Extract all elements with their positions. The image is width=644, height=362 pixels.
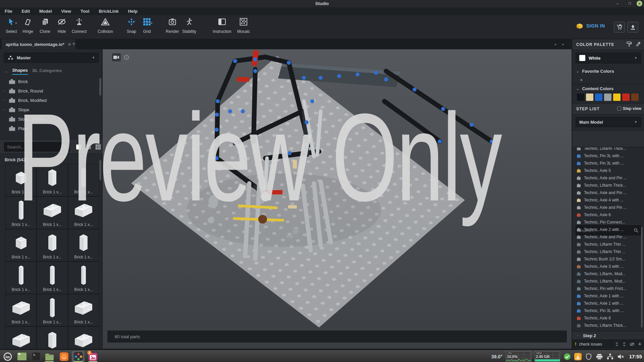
content-color-swatch[interactable] bbox=[604, 94, 611, 101]
brick-thumbnail[interactable]: Brick 1 x... bbox=[5, 196, 37, 229]
tab-shapes[interactable]: Shapes bbox=[12, 68, 28, 75]
menu-edit[interactable]: Edit bbox=[17, 7, 35, 15]
sign-in-button[interactable]: SIGN IN bbox=[576, 22, 605, 29]
brick-thumbnail[interactable]: Brick 1 x... bbox=[5, 229, 37, 261]
paint-roller-icon[interactable] bbox=[627, 42, 632, 47]
step-view-toggle[interactable]: Step view bbox=[617, 106, 641, 111]
check-issues-label[interactable]: check issues bbox=[579, 342, 612, 347]
clone-tool[interactable]: Clone bbox=[36, 18, 54, 34]
expand-chevron-icon[interactable]: › bbox=[3, 99, 6, 102]
eyedropper-icon[interactable] bbox=[636, 42, 641, 47]
tab-scroll-right-icon[interactable]: ▸ bbox=[562, 42, 564, 47]
part-list-scrollbar[interactable] bbox=[641, 227, 643, 327]
printer-icon[interactable] bbox=[596, 353, 603, 360]
file-manager-button[interactable] bbox=[43, 351, 56, 362]
brick-thumbnail[interactable]: Brick 1 x... bbox=[5, 164, 37, 196]
category-slope-curved[interactable]: Slope, Curved bbox=[0, 114, 102, 124]
part-list-item[interactable]: Technic Bush 1/2 Sm... bbox=[572, 255, 642, 263]
hide-tool[interactable]: Hide bbox=[52, 18, 71, 34]
part-list-item[interactable]: Technic, Liftarm Thin ... bbox=[572, 241, 642, 248]
favorite-colors-section[interactable]: ⌄ Favorite Colors bbox=[572, 69, 644, 74]
part-list-item[interactable]: Technic, Axle and Pin ... bbox=[572, 174, 642, 182]
collapse-chevron-icon[interactable]: ⌄ bbox=[5, 69, 7, 73]
viewport-3d[interactable]: 60 total parts bbox=[103, 49, 572, 349]
decorated-filter-button[interactable] bbox=[85, 143, 93, 151]
part-list-item[interactable]: Technic, Liftarm Thick... bbox=[572, 322, 642, 329]
parts-search-input[interactable] bbox=[4, 144, 62, 149]
category-scrollbar[interactable] bbox=[99, 78, 101, 96]
category-plate[interactable]: Plate bbox=[0, 124, 102, 133]
part-list-item[interactable]: Technic, Liftarm Thick... bbox=[572, 182, 642, 189]
part-list-item[interactable]: Technic, Liftarm, Mod... bbox=[572, 278, 642, 285]
cart-button[interactable] bbox=[614, 22, 625, 33]
part-list-item[interactable]: Technic, Liftarm Thick... bbox=[572, 147, 642, 152]
firefox-button[interactable] bbox=[58, 351, 70, 362]
select-tool[interactable]: ▼Select bbox=[2, 18, 21, 34]
brick-thumbnail[interactable]: Brick 1 x... bbox=[5, 326, 37, 349]
part-list-item[interactable]: Technic, Axle 1 with ... bbox=[572, 292, 642, 300]
collapse-all-icon[interactable] bbox=[615, 342, 619, 346]
add-favorite-color-button[interactable]: + bbox=[580, 77, 583, 83]
grid-scrollbar[interactable] bbox=[99, 160, 101, 180]
chevron-down-icon[interactable]: ▼ bbox=[15, 22, 17, 25]
brick-thumbnail[interactable]: Brick 1 x... bbox=[37, 326, 68, 349]
studio-app-button[interactable] bbox=[72, 351, 85, 362]
step-model-dropdown[interactable]: Main Model ▼ bbox=[576, 117, 641, 127]
menu-help[interactable]: Help bbox=[123, 7, 142, 15]
upload-button[interactable] bbox=[627, 22, 638, 33]
part-list-item[interactable]: Technic, Pin Connect... bbox=[572, 219, 642, 226]
close-button[interactable]: x bbox=[637, 1, 642, 6]
update-manager-icon[interactable] bbox=[564, 353, 571, 360]
grid-tool[interactable]: ▼Grid bbox=[138, 18, 156, 34]
stability-tool[interactable]: Stability bbox=[180, 18, 199, 34]
brick-thumbnail[interactable]: Brick 1 x... bbox=[68, 326, 99, 349]
brick-thumbnail[interactable]: Brick 1 x... bbox=[5, 294, 37, 326]
expand-chevron-icon[interactable]: › bbox=[3, 108, 6, 111]
brick-thumbnail[interactable]: Brick 1 x... bbox=[68, 196, 99, 229]
brick-thumbnail[interactable]: Brick 1 x... bbox=[37, 164, 68, 196]
part-list-item[interactable]: Technic, Axle 3 with ... bbox=[572, 263, 642, 270]
menu-bricklink[interactable]: BrickLink bbox=[94, 7, 123, 15]
part-list-item[interactable]: Technic, Pin with Frict... bbox=[572, 285, 642, 292]
content-color-swatch[interactable] bbox=[586, 94, 593, 101]
part-list-item[interactable]: Technic, Axle 6 bbox=[572, 314, 642, 322]
category-brick[interactable]: Brick bbox=[0, 77, 102, 86]
part-list-item[interactable]: Technic, Axle 6 bbox=[572, 211, 642, 219]
render-tool[interactable]: Render bbox=[163, 18, 182, 34]
content-color-swatch[interactable] bbox=[631, 94, 639, 101]
orbit-mode-button[interactable] bbox=[122, 53, 131, 61]
brick-thumbnail[interactable]: Brick 1 x... bbox=[37, 196, 68, 229]
minimize-button[interactable]: – bbox=[614, 1, 621, 6]
grid-view-button[interactable] bbox=[94, 143, 102, 151]
instruction-tool[interactable]: Instruction bbox=[213, 18, 231, 34]
desktop-window-button[interactable] bbox=[15, 351, 28, 362]
color-filter-button[interactable] bbox=[74, 143, 83, 151]
tab-scroll-left-icon[interactable]: ◂ bbox=[554, 42, 556, 47]
menu-model[interactable]: Model bbox=[35, 7, 57, 15]
connect-tool[interactable]: Connect bbox=[70, 18, 89, 34]
content-color-swatch[interactable] bbox=[613, 94, 621, 101]
part-list-item[interactable]: Technic, Pin 3L with ... bbox=[572, 307, 642, 314]
brick-thumbnail[interactable]: Brick 1 x... bbox=[37, 294, 68, 326]
software-updates-icon[interactable] bbox=[574, 353, 582, 360]
content-color-swatch[interactable] bbox=[595, 94, 602, 101]
firewall-shield-icon[interactable] bbox=[585, 353, 592, 360]
network-icon[interactable] bbox=[606, 353, 614, 360]
active-color-dropdown[interactable]: White ▼ bbox=[576, 53, 641, 63]
brick-thumbnail[interactable]: Brick 1 x... bbox=[68, 261, 99, 294]
part-list-item[interactable]: Technic, Axle 4 with ... bbox=[572, 196, 642, 204]
menu-tool[interactable]: Tool bbox=[76, 7, 94, 15]
category-brick-round[interactable]: ›Brick, Round bbox=[0, 86, 102, 96]
part-list-item[interactable]: Technic, Axle and Pin ... bbox=[572, 233, 642, 241]
volume-muted-icon[interactable] bbox=[617, 353, 625, 360]
step2-row[interactable]: › Step 2 bbox=[572, 331, 644, 340]
tab-bl-categories[interactable]: BL Categories bbox=[33, 68, 62, 74]
brick-thumbnail[interactable]: Brick 1 x... bbox=[68, 229, 99, 261]
brick-thumbnail[interactable]: Brick 1 x... bbox=[37, 261, 68, 294]
part-list-item[interactable]: Technic, Axle 5 bbox=[572, 167, 642, 174]
menu-view[interactable]: View bbox=[57, 7, 76, 15]
image-viewer-button[interactable]: 2 bbox=[87, 351, 99, 362]
expand-all-icon[interactable] bbox=[622, 342, 626, 346]
mint-menu-button[interactable]: lm bbox=[1, 351, 14, 362]
hide-parts-icon[interactable] bbox=[630, 342, 635, 346]
